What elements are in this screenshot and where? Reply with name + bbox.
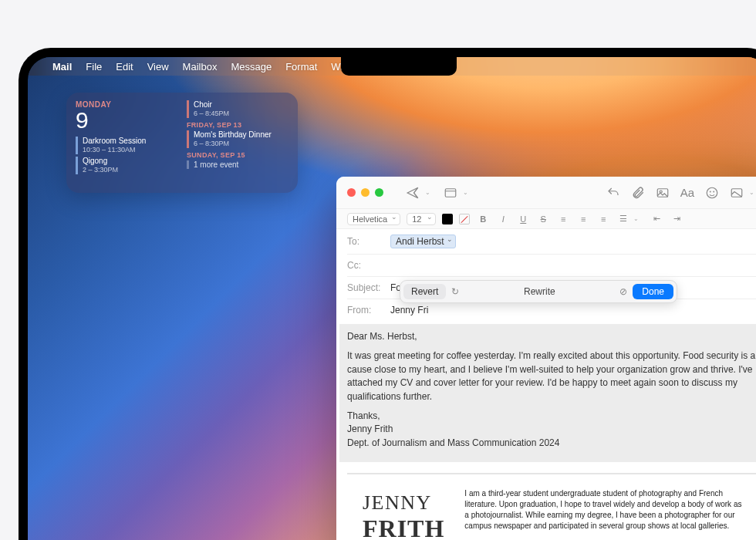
resume-first-name: JENNY — [363, 488, 444, 518]
italic-button[interactable]: I — [496, 212, 510, 226]
cc-label: Cc: — [347, 260, 390, 271]
calendar-widget[interactable]: MONDAY 9 Darkroom Session 10:30 – 11:30A… — [66, 93, 298, 193]
bold-button[interactable]: B — [476, 212, 490, 226]
cc-row[interactable]: Cc: — [347, 255, 756, 277]
attachment-icon[interactable] — [629, 184, 647, 202]
stop-icon[interactable]: ⊘ — [617, 285, 629, 298]
from-label: From: — [347, 305, 390, 316]
to-row[interactable]: To: Andi Herbst — [347, 229, 756, 255]
resume-attachment: JENNY FRITH I am a third-year student un… — [347, 473, 756, 539]
reply-icon[interactable] — [604, 184, 623, 202]
send-icon[interactable] — [403, 184, 422, 202]
calendar-section: SUNDAY, SEP 15 — [187, 151, 289, 159]
outdent-icon[interactable]: ⇤ — [650, 212, 663, 226]
menu-mailbox[interactable]: Mailbox — [183, 61, 218, 73]
format-bar: Helvetica 12 B I U S ≡ ≡ ≡ ☰ ⌄ ⇤ ⇥ — [336, 209, 756, 229]
align-center-icon[interactable]: ≡ — [576, 212, 590, 226]
bg-color-swatch[interactable] — [459, 214, 470, 224]
header-options-chevron[interactable]: ⌄ — [463, 189, 468, 196]
svg-point-6 — [714, 191, 714, 192]
menu-message[interactable]: Message — [231, 61, 272, 73]
media-browser-icon[interactable] — [727, 184, 746, 202]
recipient-chip[interactable]: Andi Herbst — [390, 235, 456, 248]
calendar-event: Darkroom Session 10:30 – 11:30AM — [76, 137, 177, 154]
calendar-day-name: MONDAY — [76, 100, 177, 109]
send-options-chevron[interactable]: ⌄ — [425, 189, 430, 196]
resume-last-name: FRITH — [363, 518, 444, 540]
calendar-more-events: 1 more event — [187, 160, 289, 169]
close-button[interactable] — [347, 188, 356, 197]
calendar-event: Qigong 2 – 3:30PM — [76, 157, 177, 174]
font-size-select[interactable]: 12 — [407, 213, 436, 225]
header-fields-icon[interactable] — [441, 184, 460, 202]
from-value[interactable]: Jenny Fri — [390, 305, 428, 316]
align-right-icon[interactable]: ≡ — [596, 212, 610, 226]
calendar-event: Mom's Birthday Dinner 6 – 8:30PM — [187, 130, 289, 148]
svg-point-4 — [707, 187, 717, 198]
menu-view[interactable]: View — [147, 61, 169, 73]
font-family-select[interactable]: Helvetica — [347, 213, 400, 225]
media-options-chevron[interactable]: ⌄ — [749, 189, 754, 196]
text-color-swatch[interactable] — [442, 214, 453, 224]
emoji-icon[interactable] — [703, 184, 721, 202]
calendar-section: FRIDAY, SEP 13 — [187, 121, 289, 129]
app-menu[interactable]: Mail — [52, 61, 72, 73]
resume-bio: I am a third-year student undergraduate … — [464, 488, 744, 539]
calendar-day-number: 9 — [76, 109, 177, 132]
rewrite-label: Rewrite — [464, 286, 614, 297]
indent-icon[interactable]: ⇥ — [670, 212, 683, 226]
menu-file[interactable]: File — [86, 61, 102, 73]
photo-icon[interactable] — [653, 184, 672, 202]
svg-point-5 — [710, 191, 710, 192]
done-button[interactable]: Done — [633, 284, 673, 299]
revert-button[interactable]: Revert — [403, 284, 446, 299]
menu-edit[interactable]: Edit — [116, 61, 133, 73]
svg-rect-0 — [445, 188, 456, 197]
menu-format[interactable]: Format — [285, 61, 317, 73]
format-icon[interactable]: Aa — [678, 184, 697, 202]
zoom-button[interactable] — [375, 188, 383, 197]
ai-highlighted-text: Dear Ms. Herbst, It was great meeting fo… — [339, 324, 756, 462]
compose-toolbar: ⌄ ⌄ Aa ⌄ — [336, 177, 756, 209]
forward-cycle-icon[interactable]: ↻ — [449, 285, 461, 298]
list-options-chevron[interactable]: ⌄ — [633, 215, 639, 222]
align-left-icon[interactable]: ≡ — [556, 212, 570, 226]
subject-label: Subject: — [347, 282, 390, 293]
writing-tools-bar: Revert ↻ Rewrite ⊘ Done — [400, 280, 677, 303]
calendar-event: Choir 6 – 8:45PM — [187, 100, 289, 118]
underline-button[interactable]: U — [516, 212, 530, 226]
laptop-notch — [341, 57, 457, 76]
message-body[interactable]: Dear Ms. Herbst, It was great meeting fo… — [336, 321, 756, 540]
list-icon[interactable]: ☰ — [616, 212, 630, 226]
strikethrough-button[interactable]: S — [536, 212, 550, 226]
mail-compose-window: ⌄ ⌄ Aa ⌄ Helvetica 12 B I U S — [336, 177, 756, 540]
to-label: To: — [347, 236, 390, 247]
minimize-button[interactable] — [361, 188, 370, 197]
